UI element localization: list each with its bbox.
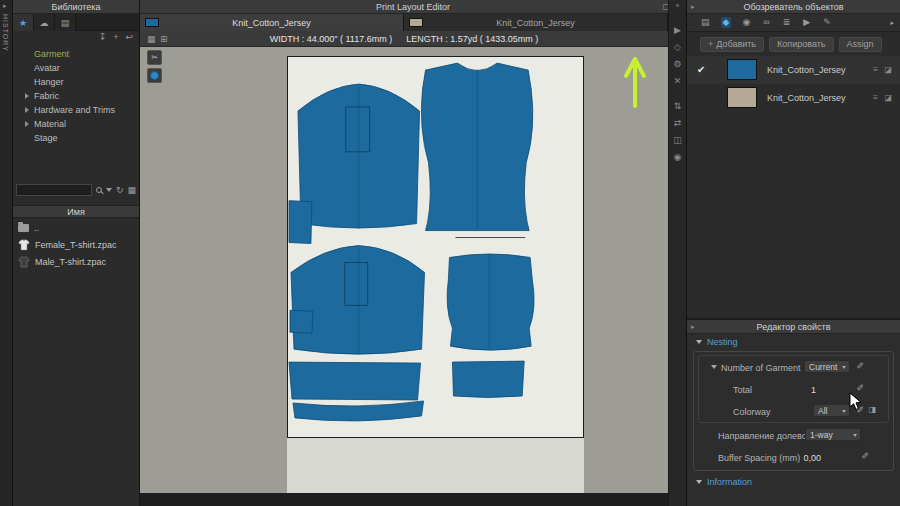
search-icon[interactable] [96,187,102,193]
pattern-svg[interactable] [288,57,583,437]
pattern-piece-sleeve-b[interactable] [291,246,425,355]
assign-fabric-button[interactable]: Assign [839,37,882,52]
pattern-piece-body-front[interactable] [447,254,534,350]
eyedropper-icon[interactable]: ✐ [856,361,864,371]
fabric-detail-icon[interactable]: ≡ [873,93,878,102]
number-of-garment-select[interactable]: Current [804,360,850,373]
tree-item-hanger[interactable]: Hanger [13,75,139,89]
collapse-group-icon[interactable] [711,365,717,369]
tree-item-avatar[interactable]: Avatar [13,61,139,75]
pattern-piece-cuff-b[interactable] [290,310,313,333]
snap-toggle-icon[interactable]: ⊞ [160,35,168,44]
fabric-tab-1[interactable]: Knit_Cotton_Jersey [140,14,404,31]
copy-fabric-button[interactable]: Копировать [769,37,833,52]
eyedropper-icon[interactable]: ✐ [861,451,869,461]
list-item-parent-folder[interactable]: .. [13,219,139,236]
collapse-panel-icon[interactable]: ▸ [691,3,695,11]
material-sphere-icon[interactable]: ◉ [740,17,752,28]
total-value[interactable]: 1 [811,385,816,395]
view-grid-icon[interactable]: ▦ [128,186,137,195]
refresh-icon[interactable]: ↻ [116,186,124,195]
check-icon: ✔ [697,64,705,75]
arrange-vertical-icon[interactable]: ⇅ [669,98,686,115]
undock-icon[interactable]: ↩ [125,33,133,42]
assets-icon: ▤ [61,18,70,28]
print-layout-editor: Print Layout Editor ▢ ▾ Knit_Cotton_Jers… [140,0,686,506]
object-browser-title: Обозреватель объектов [743,2,843,12]
tab-favorites[interactable]: ★ [13,14,34,31]
add-fabric-label: Добавить [716,39,756,49]
number-of-garment-row: Number of Garment Current ✐ [699,356,888,378]
fabric-detail-icon[interactable]: ≡ [873,65,878,74]
history-label: HISTORY [2,14,9,52]
grain-direction-select[interactable]: 1-way [805,428,861,441]
layout-canvas[interactable]: ✂ [140,47,668,493]
snapshot-icon[interactable]: ◉ [669,149,686,166]
buffer-spacing-value[interactable]: 0,00 [803,453,821,463]
list-item-male-tshirt[interactable]: Male_T-shirt.zpac [13,253,139,270]
fabric-item-1[interactable]: ✔ Knit_Cotton_Jersey ≡ ◪ [687,56,900,84]
fabric-tab-bar: Knit_Cotton_Jersey Knit_Cotton_Jersey [140,14,668,31]
collapse-strip-icon[interactable]: » [669,0,686,12]
tree-item-material[interactable]: Material [13,117,139,131]
add-icon[interactable]: + [113,33,118,42]
simulate-icon[interactable]: ▶ [669,22,686,39]
search-input[interactable] [16,184,92,196]
fabric-sheet[interactable] [287,56,584,438]
colorway-select[interactable]: All [813,404,850,417]
tab-assets[interactable]: ▤ [55,14,76,31]
pattern-piece-cuff-a[interactable] [289,201,312,244]
section-nesting[interactable]: Nesting [687,334,900,350]
expand-icon[interactable] [25,93,29,99]
layout-preset-icon[interactable]: ◫ [669,132,686,149]
delete-icon[interactable]: ✕ [669,73,686,90]
width-readout: WIDTH : 44.000" ( 1117.6mm ) [270,34,392,44]
plus-icon: + [708,39,713,49]
expand-icon[interactable] [25,107,29,113]
pattern-piece-hem-curve[interactable] [293,401,424,421]
fabric-thumbnail[interactable] [727,59,757,80]
grid-toggle-icon[interactable]: ▦ [147,35,156,44]
palette-icon[interactable]: ◨ [868,405,876,414]
grain-direction-row: Направление долевой л 1-way [694,424,893,446]
tab-cloud[interactable]: ☁ [34,14,55,31]
fabric-item-2[interactable]: Knit_Cotton_Jersey ≡ ◪ [687,84,900,112]
canvas-float-tools: ✂ [147,50,162,83]
search-options-icon[interactable] [106,188,112,192]
tree-item-fabric[interactable]: Fabric [13,89,139,103]
collapse-section-icon [696,480,702,484]
expand-history-icon[interactable]: ▸ [3,2,7,10]
collapse-panel-icon[interactable]: ▸ [691,323,695,331]
star-icon: ★ [19,18,27,28]
add-fabric-button[interactable]: + Добавить [700,37,764,52]
settings-icon[interactable]: ⚙ [669,56,686,73]
fabric-lock-icon[interactable]: ◪ [884,65,892,74]
fabric-tab-2[interactable]: Knit_Cotton_Jersey [404,14,668,31]
sliders-icon[interactable]: ≣ [781,17,793,28]
list-item-female-tshirt[interactable]: Female_T-shirt.zpac [13,236,139,253]
section-information[interactable]: Information [687,474,900,490]
scene-list-icon[interactable]: ▤ [699,17,712,28]
library-search-row: ↻ ▦ [16,184,136,196]
collapse-toolbar-icon[interactable]: ▸ [888,18,896,27]
sync-icon[interactable]: ◇ [669,39,686,56]
pattern-piece-hem-band-b[interactable] [452,361,524,397]
buffer-spacing-label: Buffer Spacing (mm) [718,453,800,463]
pointer-icon[interactable]: ▶ [801,17,812,28]
history-panel-strip[interactable]: ▸ HISTORY [0,0,13,506]
fabric-lock-icon[interactable]: ◪ [884,93,892,102]
arrange-horizontal-icon[interactable]: ⇄ [669,115,686,132]
link-icon[interactable]: ∞ [761,17,771,28]
tree-item-garment[interactable]: Garment [13,47,139,61]
download-icon[interactable]: ↧ [99,33,107,42]
tree-item-hardware-and-trims[interactable]: Hardware and Trims [13,103,139,117]
fabric-category-icon[interactable]: ◆ [721,17,732,28]
file-list-header[interactable]: Имя [13,205,139,218]
expand-icon[interactable] [25,121,29,127]
fabric-thumbnail[interactable] [727,87,757,108]
viewport-sphere-button[interactable] [147,68,162,83]
pattern-piece-hem-band-a[interactable] [289,362,421,400]
tree-item-stage[interactable]: Stage [13,131,139,145]
cut-tool-button[interactable]: ✂ [147,50,162,65]
pencil-icon[interactable]: ✎ [821,17,833,28]
